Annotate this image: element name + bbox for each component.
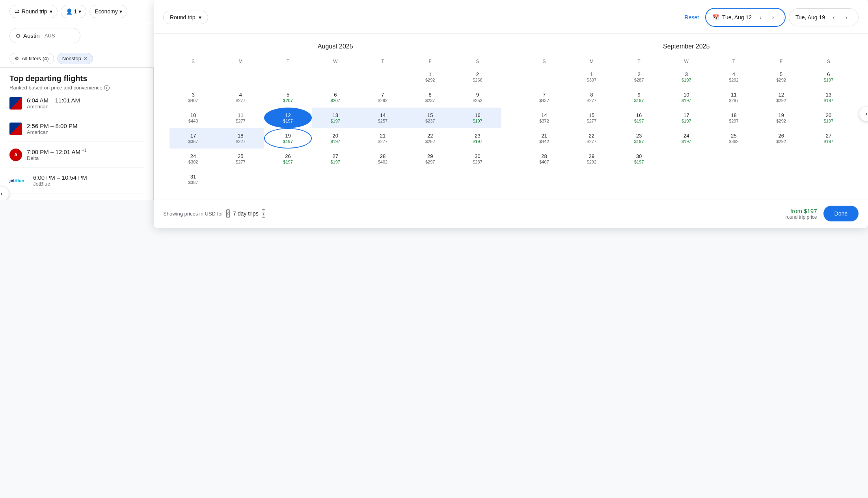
day-number: 25 bbox=[731, 133, 736, 138]
day-cell[interactable]: 10$197 bbox=[663, 87, 710, 108]
day-cell[interactable]: 12$197 bbox=[264, 108, 311, 128]
flight-item[interactable]: 6:04 AM – 11:01 AM American bbox=[9, 91, 144, 116]
day-cell bbox=[758, 149, 805, 169]
nonstop-chip[interactable]: Nonstop ✕ bbox=[57, 53, 93, 64]
day-cell[interactable]: 28$407 bbox=[521, 149, 568, 169]
trip-type-button[interactable]: ⇄ Round trip ▾ bbox=[9, 5, 58, 18]
day-cell[interactable]: 26$292 bbox=[758, 128, 805, 149]
day-cell[interactable]: 13$197 bbox=[805, 87, 852, 108]
calendars-container: August 2025 SMTWTFS1$2922$2663$4074$2775… bbox=[154, 33, 868, 199]
day-cell[interactable]: 5$207 bbox=[264, 87, 311, 108]
day-cell[interactable]: 23$197 bbox=[615, 128, 663, 149]
day-cell[interactable]: 2$287 bbox=[615, 67, 663, 87]
end-date-picker[interactable]: Tue, Aug 19 ‹ › bbox=[789, 8, 859, 26]
day-cell[interactable]: 11$277 bbox=[217, 108, 264, 128]
day-cell[interactable]: 5$292 bbox=[758, 67, 805, 87]
day-cell[interactable]: 21$442 bbox=[521, 128, 568, 149]
flight-item[interactable]: Δ 7:00 PM – 12:01 AM +1 Delta bbox=[9, 142, 144, 168]
day-cell[interactable]: 3$197 bbox=[663, 67, 710, 87]
day-cell[interactable]: 9$252 bbox=[454, 87, 501, 108]
day-cell[interactable]: 25$277 bbox=[217, 149, 264, 169]
info-icon: i bbox=[104, 85, 110, 91]
day-cell[interactable]: 3$407 bbox=[170, 87, 217, 108]
all-filters-button[interactable]: ⚙ All filters (4) bbox=[9, 53, 54, 64]
day-cell[interactable]: 17$197 bbox=[663, 108, 710, 128]
day-cell[interactable]: 17$367 bbox=[170, 128, 217, 149]
day-cell[interactable]: 1$307 bbox=[568, 67, 615, 87]
day-cell[interactable]: 7$437 bbox=[521, 87, 568, 108]
day-cell[interactable]: 24$302 bbox=[170, 149, 217, 169]
day-number: 2 bbox=[476, 72, 479, 77]
day-cell[interactable]: 14$257 bbox=[359, 108, 406, 128]
flight-info: 6:04 AM – 11:01 AM American bbox=[27, 97, 144, 110]
day-cell[interactable]: 16$197 bbox=[454, 108, 501, 128]
day-cell bbox=[217, 67, 264, 87]
day-cell[interactable]: 20$197 bbox=[312, 128, 359, 149]
day-cell[interactable]: 23$197 bbox=[454, 128, 501, 149]
day-cell[interactable]: 27$197 bbox=[312, 149, 359, 169]
passengers-button[interactable]: 👤 1 ▾ bbox=[61, 5, 87, 18]
day-cell[interactable]: 29$297 bbox=[406, 149, 454, 169]
day-cell bbox=[217, 169, 264, 190]
day-cell[interactable]: 25$362 bbox=[710, 128, 757, 149]
flight-item[interactable]: 2:56 PM – 8:00 PM American bbox=[9, 116, 144, 142]
day-cell[interactable]: 30$197 bbox=[615, 149, 663, 169]
origin-code: AUS bbox=[45, 33, 55, 39]
day-cell[interactable]: 4$277 bbox=[217, 87, 264, 108]
sidebar-prev-button[interactable]: ‹ bbox=[0, 187, 9, 200]
day-cell[interactable]: 24$197 bbox=[663, 128, 710, 149]
day-number: 26 bbox=[778, 133, 784, 138]
start-date-picker[interactable]: 📅 Tue, Aug 12 ‹ › bbox=[705, 8, 786, 27]
origin-field[interactable]: Austin AUS bbox=[9, 28, 80, 43]
day-cell[interactable]: 12$292 bbox=[758, 87, 805, 108]
day-cell[interactable]: 7$292 bbox=[359, 87, 406, 108]
day-cell[interactable]: 6$207 bbox=[312, 87, 359, 108]
trip-type-chevron-icon: ▾ bbox=[50, 8, 52, 15]
day-cell[interactable]: 26$197 bbox=[264, 149, 311, 169]
day-cell[interactable]: 31$387 bbox=[170, 169, 217, 190]
day-cell[interactable]: 11$297 bbox=[710, 87, 757, 108]
nonstop-close-icon[interactable]: ✕ bbox=[84, 56, 88, 61]
day-cell[interactable]: 8$237 bbox=[406, 87, 454, 108]
day-number: 3 bbox=[192, 92, 194, 97]
day-cell[interactable]: 18$297 bbox=[710, 108, 757, 128]
day-number: 9 bbox=[476, 92, 479, 97]
day-price: $362 bbox=[729, 139, 738, 144]
day-cell[interactable]: 13$197 bbox=[312, 108, 359, 128]
class-button[interactable]: Economy ▾ bbox=[89, 5, 127, 18]
day-cell[interactable]: 19$292 bbox=[758, 108, 805, 128]
day-cell[interactable]: 22$277 bbox=[568, 128, 615, 149]
day-cell[interactable]: 29$292 bbox=[568, 149, 615, 169]
day-cell[interactable]: 14$372 bbox=[521, 108, 568, 128]
day-number: 27 bbox=[826, 133, 831, 138]
day-cell[interactable]: 20$197 bbox=[805, 108, 852, 128]
start-date-next-button[interactable]: › bbox=[767, 12, 779, 23]
sidebar-subtitle: Ranked based on price and convenience i bbox=[9, 85, 144, 91]
reset-button[interactable]: Reset bbox=[684, 14, 699, 20]
day-cell[interactable]: 8$277 bbox=[568, 87, 615, 108]
day-cell[interactable]: 16$197 bbox=[615, 108, 663, 128]
day-cell[interactable]: 30$237 bbox=[454, 149, 501, 169]
start-date-prev-button[interactable]: ‹ bbox=[755, 12, 766, 23]
day-cell[interactable]: 18$227 bbox=[217, 128, 264, 149]
day-cell[interactable]: 10$440 bbox=[170, 108, 217, 128]
day-header: S bbox=[170, 56, 217, 67]
day-cell[interactable]: 28$402 bbox=[359, 149, 406, 169]
day-cell[interactable]: 19$197 bbox=[264, 128, 311, 149]
end-date-prev-button[interactable]: ‹ bbox=[828, 12, 839, 23]
day-cell[interactable]: 2$266 bbox=[454, 67, 501, 87]
day-cell[interactable]: 6$197 bbox=[805, 67, 852, 87]
day-number: 6 bbox=[827, 72, 830, 77]
day-cell[interactable]: 9$197 bbox=[615, 87, 663, 108]
calendar-trip-type[interactable]: Round trip ▾ bbox=[163, 11, 208, 24]
calendar-trip-type-label: Round trip bbox=[170, 14, 196, 20]
day-cell[interactable]: 15$237 bbox=[406, 108, 454, 128]
day-cell[interactable]: 22$252 bbox=[406, 128, 454, 149]
day-cell[interactable]: 27$197 bbox=[805, 128, 852, 149]
day-cell[interactable]: 15$277 bbox=[568, 108, 615, 128]
day-cell[interactable]: 4$292 bbox=[710, 67, 757, 87]
flight-item[interactable]: jetBlue 6:00 PM – 10:54 PM JetBlue bbox=[9, 168, 144, 193]
day-cell[interactable]: 1$292 bbox=[406, 67, 454, 87]
day-cell[interactable]: 21$277 bbox=[359, 128, 406, 149]
end-date-next-button[interactable]: › bbox=[841, 12, 852, 23]
